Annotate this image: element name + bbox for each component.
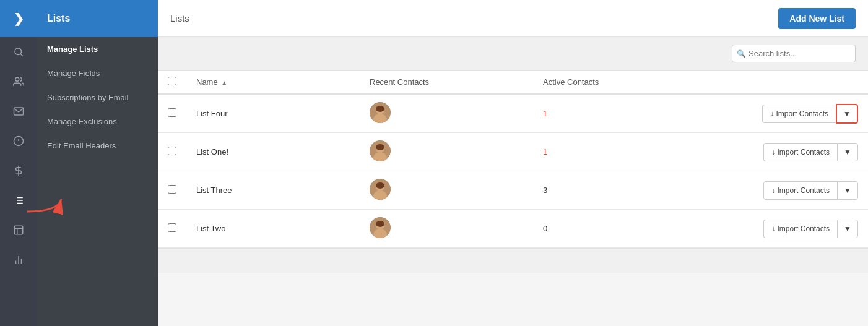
row-checkbox[interactable] — [168, 223, 176, 232]
avatar — [370, 217, 391, 238]
avatar — [370, 179, 391, 200]
row-name-list-three: List Three — [186, 171, 360, 210]
row-active-list-four: 1 — [533, 94, 669, 133]
import-contacts-button[interactable]: ↓ Import Contacts — [763, 181, 837, 200]
lists-table: Name ▲ Recent Contacts Active Contacts — [158, 71, 868, 248]
col-header-recent-contacts: Recent Contacts — [360, 71, 533, 94]
add-new-list-button[interactable]: Add New List — [778, 8, 856, 29]
search-icon: 🔍 — [737, 49, 746, 58]
svg-point-35 — [376, 221, 384, 227]
dropdown-button[interactable]: ▼ — [837, 220, 858, 238]
table-row: List Two 0 ↓ Import Contacts — [158, 210, 868, 248]
svg-point-31 — [376, 182, 384, 189]
row-check-list-four — [158, 94, 186, 133]
row-actions-list-four: ↓ Import Contacts ▼ — [669, 94, 868, 133]
row-recent-list-one — [360, 133, 533, 171]
row-recent-list-two — [360, 210, 533, 248]
search-bar-area: 🔍 — [158, 37, 868, 71]
row-checkbox[interactable] — [168, 108, 176, 117]
row-actions-list-two: ↓ Import Contacts ▼ — [669, 210, 868, 248]
dropdown-button[interactable]: ▼ — [837, 143, 858, 161]
main-header: Lists Add New List — [158, 0, 868, 37]
col-header-actions — [669, 71, 868, 94]
logo-area[interactable]: ❯ — [0, 0, 37, 37]
logo-icon: ❯ — [14, 11, 24, 26]
dropdown-button[interactable]: ▼ — [837, 181, 858, 200]
main-content: Lists Add New List 🔍 — [158, 0, 868, 326]
svg-point-23 — [376, 106, 384, 112]
content-area: 🔍 Name ▲ Recent — [158, 37, 868, 326]
col-header-active-contacts: Active Contacts — [533, 71, 669, 94]
row-active-list-one: 1 — [533, 133, 669, 171]
row-active-list-three: 3 — [533, 171, 669, 210]
sidebar-icon-contacts[interactable] — [0, 67, 37, 97]
svg-point-3 — [15, 77, 19, 81]
sidebar-icon-billing[interactable] — [0, 156, 37, 186]
row-recent-list-four — [360, 94, 533, 133]
row-recent-list-three — [360, 171, 533, 210]
table-row: List Three 3 ↓ Import Contacts — [158, 171, 868, 210]
col-header-name[interactable]: Name ▲ — [186, 71, 360, 94]
row-name-list-four: List Four — [186, 94, 360, 133]
svg-point-27 — [376, 144, 384, 150]
dropdown-button[interactable]: ▼ — [836, 104, 858, 124]
svg-rect-14 — [14, 226, 23, 234]
icon-sidebar: ❯ — [0, 0, 37, 326]
row-checkbox[interactable] — [168, 185, 176, 194]
import-contacts-button[interactable]: ↓ Import Contacts — [763, 143, 837, 161]
action-group: ↓ Import Contacts ▼ — [679, 220, 858, 238]
sidebar-icon-reports[interactable] — [0, 126, 37, 156]
action-group: ↓ Import Contacts ▼ — [679, 143, 858, 161]
table-header-row: Name ▲ Recent Contacts Active Contacts — [158, 71, 868, 94]
table-row: List One! 1 ↓ Import Contacts — [158, 133, 868, 171]
select-all-checkbox[interactable] — [168, 77, 176, 85]
search-input-wrapper: 🔍 — [732, 45, 856, 62]
avatar — [370, 102, 391, 123]
sidebar-icon-templates[interactable] — [0, 215, 37, 245]
svg-line-2 — [20, 54, 22, 56]
footer-area — [158, 248, 868, 273]
sidebar-item-manage-exclusions[interactable]: Manage Exclusions — [37, 109, 158, 134]
nav-sidebar: Lists Manage Lists Manage Fields Subscri… — [37, 0, 158, 326]
sidebar-item-edit-email-headers[interactable]: Edit Email Headers — [37, 134, 158, 158]
row-checkbox[interactable] — [168, 147, 176, 155]
sidebar-item-manage-lists[interactable]: Manage Lists — [37, 37, 158, 61]
action-group: ↓ Import Contacts ▼ — [679, 181, 858, 200]
import-contacts-button[interactable]: ↓ Import Contacts — [763, 220, 837, 238]
search-input[interactable] — [732, 45, 856, 62]
sidebar-item-subscriptions-by-email[interactable]: Subscriptions by Email — [37, 85, 158, 109]
sidebar-icon-analytics[interactable] — [0, 245, 37, 275]
action-group: ↓ Import Contacts ▼ — [679, 104, 858, 124]
sidebar-item-manage-fields[interactable]: Manage Fields — [37, 61, 158, 85]
row-check-list-three — [158, 171, 186, 210]
import-contacts-button[interactable]: ↓ Import Contacts — [762, 105, 836, 123]
row-active-list-two: 0 — [533, 210, 669, 248]
avatar — [370, 140, 391, 161]
row-actions-list-three: ↓ Import Contacts ▼ — [669, 171, 868, 210]
sidebar-icon-email[interactable] — [0, 97, 37, 126]
row-check-list-two — [158, 210, 186, 248]
col-header-check — [158, 71, 186, 94]
row-actions-list-one: ↓ Import Contacts ▼ — [669, 133, 868, 171]
sort-arrow-icon: ▲ — [221, 79, 227, 86]
table-row: List Four 1 ↓ Import Contacts — [158, 94, 868, 133]
sidebar-icon-search[interactable] — [0, 37, 37, 67]
row-check-list-one — [158, 133, 186, 171]
svg-point-1 — [15, 48, 22, 55]
row-name-list-one: List One! — [186, 133, 360, 171]
row-name-list-two: List Two — [186, 210, 360, 248]
nav-sidebar-title: Lists — [37, 0, 158, 37]
sidebar-icon-lists[interactable] — [0, 186, 37, 215]
page-title: Lists — [170, 13, 189, 24]
